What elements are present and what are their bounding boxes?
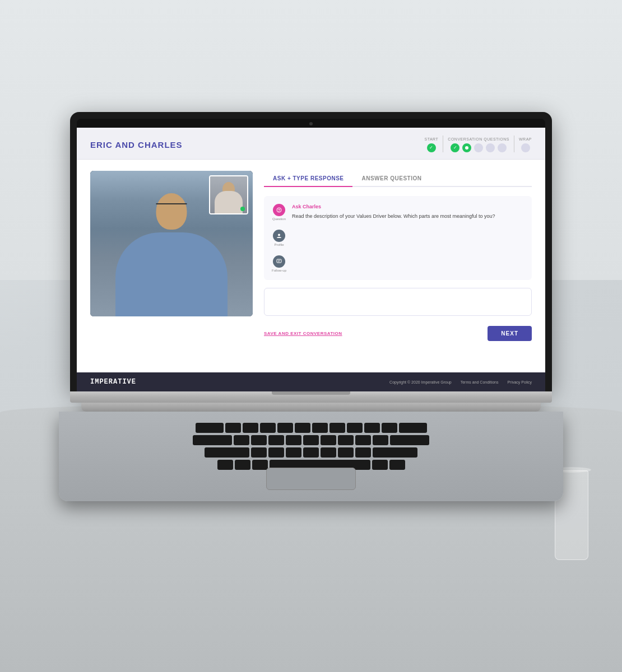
key-shift-r [373, 447, 417, 458]
key-l [373, 435, 388, 445]
next-button[interactable]: NEXT [488, 326, 532, 341]
key-i [347, 423, 363, 433]
keyboard-rows [76, 423, 546, 470]
key-row-2 [76, 435, 546, 445]
camera [309, 122, 313, 125]
video-small [209, 175, 248, 214]
footer-links: Copyright © 2020 Imperative Group Terms … [389, 380, 532, 384]
question-icon: ? [276, 207, 282, 213]
progress-dot-7[interactable] [521, 143, 530, 152]
key-delete [399, 423, 427, 433]
key-p [382, 423, 397, 433]
footer-privacy[interactable]: Privacy Policy [507, 380, 532, 384]
progress-dot-3[interactable] [462, 143, 471, 152]
key-d [268, 435, 284, 445]
progress-dot-2[interactable]: ✓ [451, 143, 459, 152]
svg-text:?: ? [278, 208, 280, 212]
key-y [312, 423, 328, 433]
progress-section-conversation: CONVERSATION QUESTIONS ✓ [448, 137, 509, 152]
key-z [251, 447, 267, 458]
sidebar-icons: ? Question [272, 204, 286, 272]
key-cmd-l [252, 460, 268, 470]
footer-brand: IMPERATIVE [90, 378, 136, 386]
response-textarea[interactable] [264, 288, 532, 316]
tab-bar: ASK + TYPE RESPONSE ANSWER QUESTION [264, 171, 532, 187]
profile-icon [276, 233, 282, 239]
question-icon-circle: ? [273, 204, 285, 216]
progress-dots-wrap [521, 143, 530, 152]
key-s [251, 435, 267, 445]
save-exit-link[interactable]: SAVE AND EXIT CONVERSATION [264, 331, 342, 336]
app-title: ERIC AND CHARLES [90, 140, 183, 150]
app-header: ERIC AND CHARLES START ✓ [77, 128, 545, 160]
tab-answer[interactable]: ANSWER QUESTION [352, 171, 430, 186]
progress-dots-start: ✓ [427, 143, 436, 152]
progress-label-conversation: CONVERSATION QUESTIONS [448, 137, 509, 141]
key-row-1 [76, 423, 546, 433]
key-f [286, 435, 301, 445]
bottom-actions: SAVE AND EXIT CONVERSATION NEXT [264, 326, 532, 341]
footer-terms[interactable]: Terms and Conditions [461, 380, 499, 384]
sidebar-icon-profile[interactable]: Profile [273, 230, 285, 246]
progress-dots-conversation: ✓ [451, 143, 507, 152]
progress-divider-1 [443, 136, 443, 152]
key-x [268, 447, 284, 458]
progress-label-wrap: WRAP [519, 137, 532, 141]
key-t [295, 423, 310, 433]
key-k [355, 435, 371, 445]
footer-copyright: Copyright © 2020 Imperative Group [389, 380, 452, 384]
key-shift-l [205, 447, 249, 458]
progress-bar: START ✓ CONVERSATION QUESTIONS [425, 136, 532, 153]
key-a [234, 435, 249, 445]
key-u [329, 423, 345, 433]
person-body [115, 232, 228, 316]
app-screen: ERIC AND CHARLES START ✓ [77, 128, 545, 391]
key-h [321, 435, 336, 445]
progress-label-start: START [425, 137, 439, 141]
key-c [286, 447, 301, 458]
svg-point-2 [278, 234, 280, 236]
checkmark-icon: ✓ [429, 145, 433, 150]
key-option [235, 460, 250, 470]
key-g [303, 435, 319, 445]
question-author: Ask Charles [292, 204, 524, 209]
question-area: ? Question [264, 196, 532, 280]
key-n [338, 447, 354, 458]
progress-dot-5[interactable] [486, 143, 495, 152]
question-icon-label: Question [272, 217, 286, 221]
trackpad[interactable] [266, 468, 356, 490]
key-tab [196, 423, 224, 433]
laptop-hinge [272, 391, 350, 395]
key-m [355, 447, 371, 458]
person-head [156, 193, 187, 230]
progress-divider-2 [514, 136, 514, 152]
key-w [243, 423, 258, 433]
key-ctrl [217, 460, 233, 470]
video-main [90, 171, 253, 316]
followup-icon [276, 259, 282, 264]
key-return [390, 435, 429, 445]
key-e [260, 423, 276, 433]
tab-ask-type[interactable]: ASK + TYPE RESPONSE [264, 171, 352, 186]
sidebar-icon-question[interactable]: ? Question [272, 204, 286, 221]
person-glasses [156, 203, 187, 210]
progress-dot-6[interactable] [498, 143, 507, 152]
key-v [303, 447, 319, 458]
progress-dot-1[interactable]: ✓ [427, 143, 436, 152]
app-footer: IMPERATIVE Copyright © 2020 Imperative G… [77, 372, 545, 391]
svg-rect-3 [277, 259, 281, 263]
progress-dot-4[interactable] [474, 143, 483, 152]
followup-icon-circle [273, 255, 285, 268]
key-r [277, 423, 293, 433]
video-area [90, 171, 253, 361]
key-shift-r2 [389, 460, 405, 470]
key-cmd-r [372, 460, 388, 470]
right-panel: ASK + TYPE RESPONSE ANSWER QUESTION [264, 171, 532, 361]
key-j [338, 435, 354, 445]
question-text: Read the description of your Values Driv… [292, 213, 524, 220]
key-q [225, 423, 241, 433]
laptop-bottom [81, 403, 541, 412]
key-o [364, 423, 380, 433]
sidebar-icon-followup[interactable]: Follow-up [272, 255, 286, 272]
screen-bezel: ERIC AND CHARLES START ✓ [77, 119, 545, 391]
